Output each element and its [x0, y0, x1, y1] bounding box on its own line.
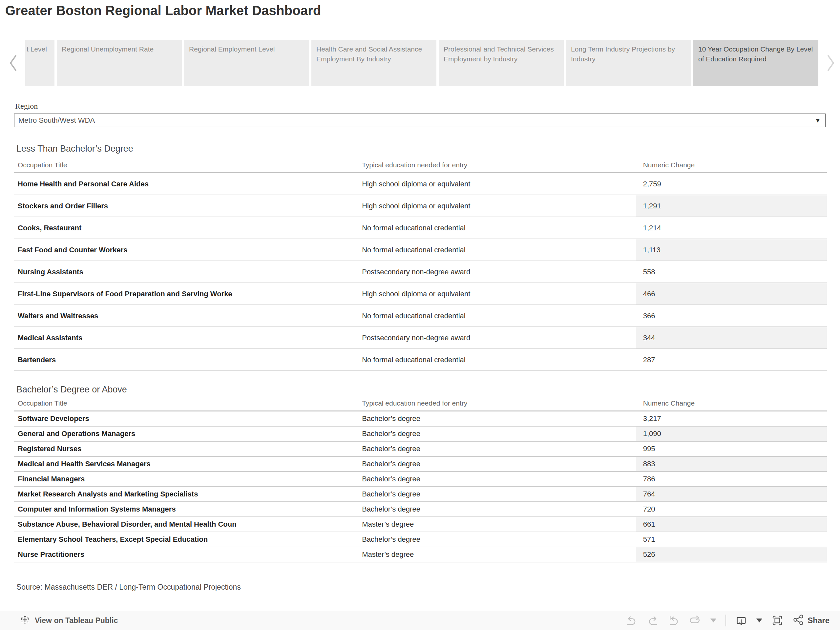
region-dropdown-value: Metro South/West WDA — [14, 116, 816, 125]
education-cell[interactable]: No formal educational credential — [359, 305, 636, 327]
numeric-change-cell[interactable]: 344 — [636, 327, 827, 349]
numeric-change-cell[interactable]: 1,113 — [636, 239, 827, 261]
occupation-cell[interactable]: Home Health and Personal Care Aides — [14, 173, 359, 195]
reset-button[interactable] — [668, 614, 679, 626]
occupation-cell[interactable]: Financial Managers — [14, 472, 359, 486]
download-menu-caret-button[interactable] — [756, 619, 762, 622]
numeric-change-cell[interactable]: 995 — [636, 441, 827, 456]
occupation-cell[interactable]: Medical and Health Services Managers — [14, 456, 359, 472]
occupation-cell[interactable]: Software Developers — [14, 411, 359, 426]
numeric-change-cell[interactable]: 2,759 — [636, 173, 827, 195]
education-cell[interactable]: Bachelor’s degree — [359, 426, 636, 441]
numeric-change-cell[interactable]: 720 — [636, 502, 827, 517]
refresh-button[interactable] — [689, 614, 701, 626]
table-row[interactable]: General and Operations ManagersBachelor’… — [14, 426, 827, 441]
table-row[interactable]: Market Research Analysts and Marketing S… — [14, 486, 827, 502]
view-on-tableau-public-link[interactable]: View on Tableau Public — [20, 614, 118, 626]
section-heading: Bachelor’s Degree or Above — [16, 385, 827, 395]
numeric-change-cell[interactable]: 1,291 — [636, 195, 827, 217]
education-cell[interactable]: High school diploma or equivalent — [359, 195, 636, 217]
tab-regional-unemployment-rate[interactable]: Regional Unemployment Rate — [57, 40, 182, 86]
occupation-cell[interactable]: Medical Assistants — [14, 327, 359, 349]
numeric-change-cell[interactable]: 764 — [636, 486, 827, 502]
table-row[interactable]: Stockers and Order FillersHigh school di… — [14, 195, 827, 217]
section-heading: Less Than Bachelor’s Degree — [16, 144, 827, 154]
table-row[interactable]: Nurse PractitionersMaster’s degree526 — [14, 547, 827, 562]
education-cell[interactable]: Bachelor’s degree — [359, 486, 636, 502]
occupation-cell[interactable]: Substance Abuse, Behavioral Disorder, an… — [14, 517, 359, 532]
table-row[interactable]: Fast Food and Counter WorkersNo formal e… — [14, 239, 827, 261]
tab-clipped-level[interactable]: t Level — [25, 40, 54, 86]
occupation-cell[interactable]: Stockers and Order Fillers — [14, 195, 359, 217]
occupation-cell[interactable]: Nurse Practitioners — [14, 547, 359, 562]
numeric-change-cell[interactable]: 526 — [636, 547, 827, 562]
numeric-change-cell[interactable]: 786 — [636, 472, 827, 486]
education-cell[interactable]: Postsecondary non-degree award — [359, 261, 636, 283]
education-cell[interactable]: Bachelor’s degree — [359, 502, 636, 517]
education-cell[interactable]: Master’s degree — [359, 517, 636, 532]
tab-health-care-employment[interactable]: Health Care and Social Assistance Employ… — [311, 40, 436, 86]
occupation-cell[interactable]: Market Research Analysts and Marketing S… — [14, 486, 359, 502]
education-cell[interactable]: Bachelor’s degree — [359, 456, 636, 472]
occupation-cell[interactable]: Bartenders — [14, 349, 359, 371]
download-button[interactable] — [735, 614, 747, 626]
numeric-change-cell[interactable]: 3,217 — [636, 411, 827, 426]
table-row[interactable]: Registered NursesBachelor’s degree995 — [14, 441, 827, 456]
education-cell[interactable]: High school diploma or equivalent — [359, 173, 636, 195]
region-dropdown[interactable]: Metro South/West WDA ▼ — [14, 114, 826, 127]
education-cell[interactable]: Bachelor’s degree — [359, 532, 636, 547]
numeric-change-cell[interactable]: 883 — [636, 456, 827, 472]
tabs-scroll-right-button[interactable] — [824, 54, 837, 72]
occupation-cell[interactable]: Registered Nurses — [14, 441, 359, 456]
education-cell[interactable]: No formal educational credential — [359, 217, 636, 239]
numeric-change-cell[interactable]: 571 — [636, 532, 827, 547]
education-cell[interactable]: Bachelor’s degree — [359, 411, 636, 426]
table-row[interactable]: Elementary School Teachers, Except Speci… — [14, 532, 827, 547]
occupation-cell[interactable]: Fast Food and Counter Workers — [14, 239, 359, 261]
education-cell[interactable]: Master’s degree — [359, 547, 636, 562]
table-row[interactable]: Nursing AssistantsPostsecondary non-degr… — [14, 261, 827, 283]
undo-button[interactable] — [626, 614, 638, 626]
occupation-cell[interactable]: Computer and Information Systems Manager… — [14, 502, 359, 517]
share-button[interactable]: Share — [793, 614, 829, 627]
education-cell[interactable]: Bachelor’s degree — [359, 441, 636, 456]
tab-professional-technical-employment[interactable]: Professional and Technical Services Empl… — [439, 40, 564, 86]
dashboard-canvas: Greater Boston Regional Labor Market Das… — [0, 0, 840, 630]
tab-10-year-occupation-change[interactable]: 10 Year Occupation Change By Level of Ed… — [693, 40, 818, 86]
tabs-scroll-left-button[interactable] — [7, 54, 20, 72]
tab-regional-employment-level[interactable]: Regional Employment Level — [184, 40, 309, 86]
table-row[interactable]: Waiters and WaitressesNo formal educatio… — [14, 305, 827, 327]
numeric-change-cell[interactable]: 466 — [636, 283, 827, 305]
education-cell[interactable]: Postsecondary non-degree award — [359, 327, 636, 349]
table-row[interactable]: Medical AssistantsPostsecondary non-degr… — [14, 327, 827, 349]
numeric-change-cell[interactable]: 1,090 — [636, 426, 827, 441]
education-cell[interactable]: No formal educational credential — [359, 349, 636, 371]
occupation-cell[interactable]: Elementary School Teachers, Except Speci… — [14, 532, 359, 547]
table-row[interactable]: Substance Abuse, Behavioral Disorder, an… — [14, 517, 827, 532]
redo-button[interactable] — [647, 614, 658, 626]
education-cell[interactable]: High school diploma or equivalent — [359, 283, 636, 305]
table-row[interactable]: First-Line Supervisors of Food Preparati… — [14, 283, 827, 305]
occupation-cell[interactable]: Nursing Assistants — [14, 261, 359, 283]
occupation-cell[interactable]: Cooks, Restaurant — [14, 217, 359, 239]
table-row[interactable]: Cooks, RestaurantNo formal educational c… — [14, 217, 827, 239]
table-row[interactable]: Computer and Information Systems Manager… — [14, 502, 827, 517]
numeric-change-cell[interactable]: 366 — [636, 305, 827, 327]
table-row[interactable]: Home Health and Personal Care AidesHigh … — [14, 173, 827, 195]
table-row[interactable]: Financial ManagersBachelor’s degree786 — [14, 472, 827, 486]
table-row[interactable]: BartendersNo formal educational credenti… — [14, 349, 827, 371]
refresh-menu-caret-button[interactable] — [711, 619, 716, 622]
education-cell[interactable]: Bachelor’s degree — [359, 472, 636, 486]
education-cell[interactable]: No formal educational credential — [359, 239, 636, 261]
numeric-change-cell[interactable]: 661 — [636, 517, 827, 532]
occupation-cell[interactable]: Waiters and Waitresses — [14, 305, 359, 327]
occupation-cell[interactable]: First-Line Supervisors of Food Preparati… — [14, 283, 359, 305]
fullscreen-button[interactable] — [771, 614, 783, 626]
occupation-cell[interactable]: General and Operations Managers — [14, 426, 359, 441]
numeric-change-cell[interactable]: 1,214 — [636, 217, 827, 239]
numeric-change-cell[interactable]: 558 — [636, 261, 827, 283]
table-row[interactable]: Medical and Health Services ManagersBach… — [14, 456, 827, 472]
numeric-change-cell[interactable]: 287 — [636, 349, 827, 371]
table-row[interactable]: Software DevelopersBachelor’s degree3,21… — [14, 411, 827, 426]
tab-long-term-industry-projections[interactable]: Long Term Industry Projections by Indust… — [566, 40, 691, 86]
